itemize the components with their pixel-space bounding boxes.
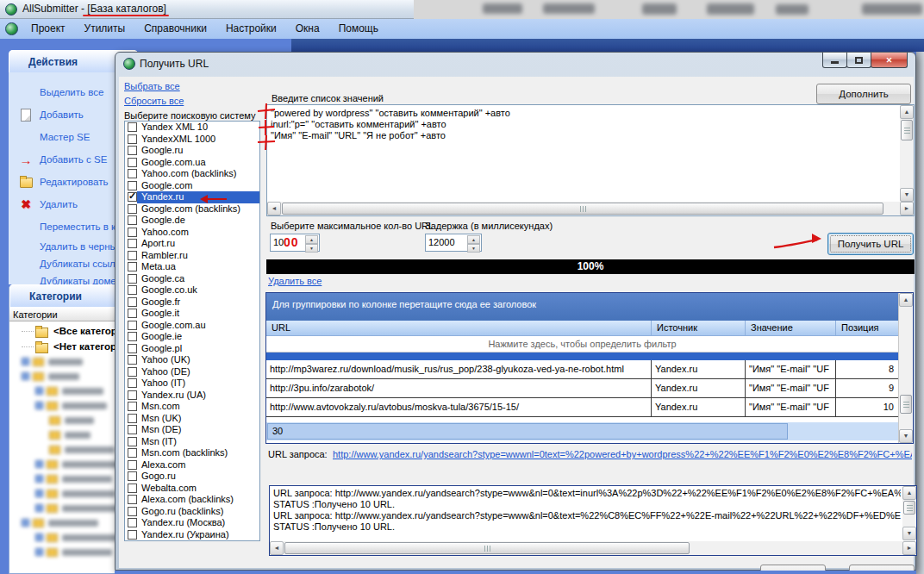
delete-all-link[interactable]: Удалить все [268,276,322,286]
engine-option[interactable]: Yahoo (UK) [125,354,259,366]
values-horizontal-scrollbar[interactable]: ◄ ► [267,202,914,215]
engine-checkbox[interactable] [128,367,137,377]
engine-option[interactable]: Yandex XML 10 [125,122,259,134]
engine-option[interactable]: Gogo.ru [125,471,259,483]
engine-checkbox[interactable] [128,332,137,341]
engine-option[interactable]: Google.com.au [125,320,259,332]
append-values-button[interactable]: Дополнить значения [816,84,911,104]
delay-spinner[interactable]: 12000 ▲▼ [425,234,482,252]
engine-checkbox[interactable] [128,437,137,446]
engine-option[interactable]: Msn (IT) [125,436,259,448]
engine-option[interactable]: Msn (DE) [125,424,259,436]
engine-option[interactable]: Rambler.ru [125,250,259,262]
maximize-button[interactable] [846,53,871,68]
engine-option[interactable]: Meta.ua [125,261,259,273]
menu-item[interactable]: Проект [22,19,75,39]
request-url-link[interactable]: http://www.yandex.ru/yandsearch?stype=ww… [333,449,912,459]
table-vertical-scrollbar[interactable]: ▲ ▼ [898,293,913,443]
engine-checkbox[interactable] [128,169,137,178]
engine-option[interactable]: Yahoo (DE) [125,366,259,378]
engine-checkbox[interactable] [128,192,137,202]
engine-option[interactable]: Google.co.uk [125,284,259,296]
column-header[interactable]: Источник [652,321,746,335]
engine-option[interactable]: Yahoo (IT) [125,377,259,390]
engine-checkbox[interactable] [128,518,137,527]
engine-checkbox[interactable] [128,390,137,400]
minimize-button[interactable] [822,53,847,68]
engine-option[interactable]: Google.ca [125,273,259,285]
engine-checkbox[interactable] [128,378,137,388]
engine-checkbox[interactable] [128,251,137,260]
table-row[interactable]: http://www.avtovokzaly.ru/avtobus/moskva… [266,398,898,417]
engine-checkbox[interactable] [128,181,137,190]
window-titlebar[interactable]: AllSubmitter - [База каталогов] [0,0,924,19]
engine-option[interactable]: Yandex.ru (UA) [125,390,259,402]
search-engine-list[interactable]: Yandex XML 10 YandexXML 1000 Google.ru G… [124,121,260,541]
engine-option[interactable]: Alexa.com [125,459,259,471]
engine-checkbox[interactable] [128,158,137,167]
engine-option[interactable]: Msn.com (backlinks) [125,447,259,459]
engine-option[interactable]: Google.com (backlinks) [125,203,259,215]
engine-checkbox[interactable] [128,402,137,411]
engine-checkbox[interactable] [128,448,137,458]
engine-checkbox[interactable] [128,484,137,493]
column-header[interactable]: URL [266,321,652,335]
engine-checkbox[interactable] [128,285,137,295]
engine-checkbox[interactable] [128,274,137,284]
engine-checkbox[interactable] [128,239,137,248]
engine-option[interactable]: Aport.ru [125,238,259,250]
engine-option[interactable]: Google.com.ua [125,157,259,169]
engine-option[interactable]: Webalta.com [125,483,259,495]
engine-option[interactable]: Google.ie [125,331,259,343]
engine-option[interactable]: Google.com [125,180,259,192]
values-vertical-scrollbar[interactable]: ▲ ▼ [900,105,914,202]
engine-checkbox[interactable] [128,262,137,271]
column-header[interactable]: Позиция [836,321,898,335]
delay-spin-buttons[interactable]: ▲▼ [467,235,480,250]
engine-checkbox[interactable] [128,215,137,225]
engine-checkbox[interactable] [128,146,137,155]
engine-checkbox[interactable] [128,344,137,353]
engine-checkbox[interactable] [128,507,137,516]
engine-checkbox[interactable] [128,471,137,481]
engine-checkbox[interactable] [128,425,137,434]
filter-row[interactable]: Нажмите здесь, чтобы определить фильтр [266,336,898,353]
values-textarea[interactable]: "powered by wordpress" "оставить коммент… [266,104,915,216]
engine-checkbox[interactable] [128,122,137,132]
engine-checkbox[interactable] [128,204,137,214]
engine-checkbox[interactable] [128,321,137,330]
engine-option[interactable]: Yandex.ru [125,191,259,203]
log-horizontal-scrollbar[interactable]: ◄ ► [270,541,916,555]
engine-checkbox[interactable] [128,134,137,144]
column-header[interactable]: Значение [746,321,836,335]
engine-checkbox[interactable] [128,530,137,540]
menu-item[interactable]: Окна [286,19,329,39]
engine-option[interactable]: Gogo.ru (backlinks) [125,506,259,518]
selected-row-strip[interactable] [266,353,898,360]
engine-checkbox[interactable] [128,309,137,318]
engine-option[interactable]: Google.it [125,308,259,320]
engine-option[interactable]: Msn.com [125,401,259,413]
engine-checkbox[interactable] [128,460,137,470]
close-button[interactable]: ✕ [871,53,908,68]
table-row[interactable]: http://mp3warez.ru/download/musik_rus/ru… [266,360,898,379]
menu-item[interactable]: Помощь [329,19,388,39]
engine-checkbox[interactable] [128,297,137,307]
engine-option[interactable]: Yandex.ru (Москва) [125,517,259,529]
log-vertical-scrollbar[interactable]: ▲ ▼ [902,486,916,540]
engine-option[interactable]: Alexa.com (backlinks) [125,494,259,506]
engine-option[interactable]: Yandex.ru (Украина) [125,529,259,541]
menu-item[interactable]: Справочники [134,19,216,39]
get-url-button[interactable]: Получить URL [827,233,914,255]
menu-item[interactable]: Настройки [216,19,286,39]
max-url-spin-buttons[interactable]: ▲▼ [305,235,318,250]
engine-checkbox[interactable] [128,228,137,237]
select-all-link[interactable]: Выбрать все [124,81,180,91]
engine-option[interactable]: Yahoo.com (backlinks) [125,168,259,180]
engine-checkbox[interactable] [128,495,137,504]
engine-option[interactable]: Google.ru [125,145,259,157]
log-textarea[interactable]: URL запроса: http://www.yandex.ru/yandse… [269,485,917,556]
engine-option[interactable]: Google.pl [125,343,259,355]
engine-checkbox[interactable] [128,355,137,365]
engine-checkbox[interactable] [128,414,137,423]
